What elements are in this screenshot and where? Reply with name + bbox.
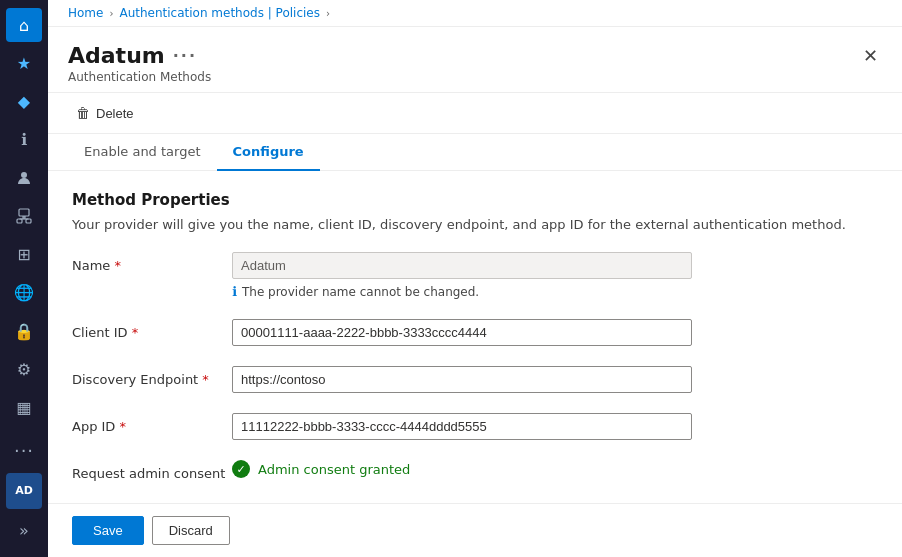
app-id-label: App ID * — [72, 413, 232, 434]
name-field-row: Name * ℹ The provider name cannot be cha… — [72, 252, 878, 299]
breadcrumb-home[interactable]: Home — [68, 6, 103, 20]
save-button[interactable]: Save — [72, 516, 144, 545]
name-field-group: ℹ The provider name cannot be changed. — [232, 252, 878, 299]
svg-rect-1 — [19, 209, 29, 216]
consent-field-group: ✓ Admin consent granted — [232, 460, 878, 478]
discovery-endpoint-field-group — [232, 366, 878, 393]
sidebar-settings-icon[interactable]: ⚙ — [6, 352, 42, 386]
form-footer: Save Discard — [48, 503, 902, 557]
sidebar-layers-icon[interactable]: ▦ — [6, 391, 42, 425]
discovery-endpoint-field-row: Discovery Endpoint * — [72, 366, 878, 393]
section-title: Method Properties — [72, 191, 878, 209]
info-circle-icon: ℹ — [232, 284, 237, 299]
panel-title-group: Adatum ··· Authentication Methods — [68, 43, 211, 84]
sidebar-org-icon[interactable] — [6, 199, 42, 233]
delete-icon: 🗑 — [76, 105, 90, 121]
consent-check-icon: ✓ — [232, 460, 250, 478]
sidebar-diamond-icon[interactable]: ◆ — [6, 85, 42, 119]
svg-rect-4 — [26, 219, 31, 223]
app-id-field-group — [232, 413, 878, 440]
breadcrumb-sep-2: › — [326, 8, 330, 19]
section-description: Your provider will give you the name, cl… — [72, 217, 878, 232]
consent-label: Request admin consent — [72, 460, 232, 481]
name-input[interactable] — [232, 252, 692, 279]
close-button[interactable]: ✕ — [859, 43, 882, 69]
svg-rect-3 — [17, 219, 22, 223]
consent-field-row: Request admin consent ✓ Admin consent gr… — [72, 460, 878, 481]
discovery-endpoint-label: Discovery Endpoint * — [72, 366, 232, 387]
sidebar-lock-icon[interactable]: 🔒 — [6, 314, 42, 348]
client-id-input[interactable] — [232, 319, 692, 346]
consent-status-text: Admin consent granted — [258, 462, 410, 477]
app-id-required-marker: * — [120, 419, 127, 434]
client-id-field-group — [232, 319, 878, 346]
panel-header: Adatum ··· Authentication Methods ✕ — [48, 27, 902, 93]
client-id-field-row: Client ID * — [72, 319, 878, 346]
main-content: Home › Authentication methods | Policies… — [48, 0, 902, 557]
client-id-label: Client ID * — [72, 319, 232, 340]
toolbar: 🗑 Delete — [48, 93, 902, 134]
svg-point-0 — [21, 172, 27, 178]
consent-status-row: ✓ Admin consent granted — [232, 460, 878, 478]
sidebar-person-icon[interactable] — [6, 161, 42, 195]
panel-title-text: Adatum — [68, 43, 165, 68]
sidebar-avatar-icon[interactable]: AD — [6, 473, 42, 509]
delete-button[interactable]: 🗑 Delete — [68, 101, 142, 125]
discovery-required-marker: * — [202, 372, 209, 387]
panel-subtitle: Authentication Methods — [68, 70, 211, 84]
sidebar-globe-icon[interactable]: 🌐 — [6, 276, 42, 310]
sidebar-apps-icon[interactable]: ⊞ — [6, 238, 42, 272]
tab-enable-and-target[interactable]: Enable and target — [68, 134, 217, 171]
name-info-text: The provider name cannot be changed. — [242, 285, 479, 299]
name-label: Name * — [72, 252, 232, 273]
sidebar-more-icon[interactable]: ··· — [6, 433, 42, 469]
name-required-marker: * — [115, 258, 122, 273]
panel-title: Adatum ··· — [68, 43, 211, 68]
discard-button[interactable]: Discard — [152, 516, 230, 545]
sidebar-home-icon[interactable]: ⌂ — [6, 8, 42, 42]
breadcrumb: Home › Authentication methods | Policies… — [48, 0, 902, 27]
delete-label: Delete — [96, 106, 134, 121]
panel: Adatum ··· Authentication Methods ✕ 🗑 De… — [48, 27, 902, 557]
client-id-required-marker: * — [132, 325, 139, 340]
sidebar: ⌂ ★ ◆ ℹ ⊞ 🌐 🔒 ⚙ ▦ ··· AD » — [0, 0, 48, 557]
sidebar-favorites-icon[interactable]: ★ — [6, 46, 42, 80]
app-id-input[interactable] — [232, 413, 692, 440]
name-info-message: ℹ The provider name cannot be changed. — [232, 284, 878, 299]
app-id-field-row: App ID * — [72, 413, 878, 440]
breadcrumb-sep-1: › — [109, 8, 113, 19]
breadcrumb-policies[interactable]: Authentication methods | Policies — [119, 6, 320, 20]
tab-configure[interactable]: Configure — [217, 134, 320, 171]
form-content: Method Properties Your provider will giv… — [48, 171, 902, 503]
discovery-endpoint-input[interactable] — [232, 366, 692, 393]
panel-more-button[interactable]: ··· — [173, 46, 197, 65]
sidebar-info-icon[interactable]: ℹ — [6, 123, 42, 157]
tabs: Enable and target Configure — [48, 134, 902, 171]
sidebar-expand-icon[interactable]: » — [6, 513, 42, 549]
